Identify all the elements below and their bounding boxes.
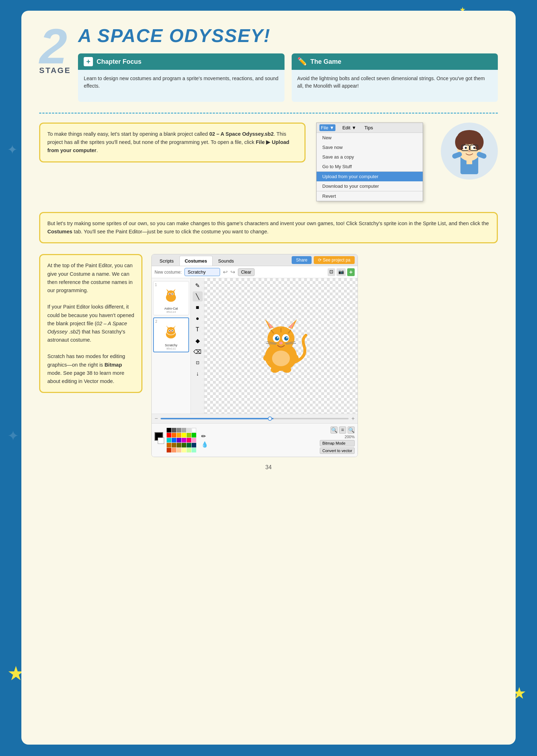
costume-item-2[interactable]: 2: [153, 317, 189, 352]
tool-eraser[interactable]: ⌫: [193, 347, 203, 357]
color-swatch[interactable]: [192, 443, 196, 447]
page-header: 2 STAGE A Space Odyssey! + Chapter Focus…: [39, 25, 498, 102]
color-swatch[interactable]: [177, 443, 181, 447]
color-swatch[interactable]: [167, 438, 171, 442]
secondary-color[interactable]: [158, 437, 164, 444]
tool-ellipse[interactable]: ●: [193, 314, 203, 323]
zoom-eq-btn[interactable]: =: [339, 426, 346, 434]
pencil-tool-icon[interactable]: ✏: [201, 433, 208, 440]
icon-add[interactable]: +: [347, 268, 355, 276]
paint-toolbar: ✎ ╲ ■ ● T ◆ ⌫ ⊡ ↓: [191, 278, 204, 414]
menu-item-my-stuff[interactable]: Go to My Stuff: [317, 162, 423, 171]
dropper-tool-icon[interactable]: 💧: [201, 441, 208, 448]
svg-point-31: [169, 330, 170, 331]
menu-item-upload[interactable]: Upload from your computer: [317, 171, 423, 181]
color-swatch[interactable]: [182, 428, 186, 433]
zoom-slider[interactable]: [161, 418, 348, 419]
zoom-minus-icon[interactable]: −: [155, 415, 158, 422]
menu-item-save[interactable]: Save now: [317, 143, 423, 152]
color-swatch[interactable]: [187, 428, 191, 433]
tab-sounds[interactable]: Sounds: [213, 256, 239, 266]
zoom-slider-fill: [161, 418, 273, 419]
color-swatch[interactable]: [172, 443, 176, 447]
color-swatch[interactable]: [187, 443, 191, 447]
icon-camera[interactable]: 📷: [337, 268, 346, 276]
main-title: A Space Odyssey!: [78, 25, 498, 46]
color-swatch[interactable]: [167, 443, 171, 447]
menu-item-download[interactable]: Download to your computer: [317, 181, 423, 191]
costume-item-1[interactable]: 1: [153, 281, 189, 315]
color-swatch[interactable]: [172, 448, 176, 452]
tool-rect[interactable]: ■: [193, 302, 203, 312]
color-swatch[interactable]: [177, 438, 181, 442]
menu-item-revert[interactable]: Revert: [317, 191, 423, 201]
tab-scripts[interactable]: Scripts: [155, 256, 179, 266]
tool-arrow[interactable]: ╲: [193, 291, 203, 301]
color-grid: [167, 428, 196, 452]
undo-btn[interactable]: ↩: [223, 269, 228, 275]
convert-vector-btn[interactable]: Convert to vector: [320, 447, 355, 454]
color-swatch[interactable]: [192, 438, 196, 442]
tool-stamp[interactable]: ↓: [193, 369, 203, 379]
color-swatch[interactable]: [187, 448, 191, 452]
costume-name-input[interactable]: [184, 268, 220, 276]
scratch-editor-body: 1: [152, 278, 358, 414]
bitmap-mode-btn[interactable]: Bitmap Mode: [320, 440, 355, 446]
svg-point-43: [275, 336, 279, 341]
tab-costumes[interactable]: Costumes: [179, 256, 213, 266]
svg-point-45: [277, 337, 278, 338]
menu-item-new[interactable]: New: [317, 133, 423, 143]
person-svg: [446, 124, 492, 178]
color-swatch[interactable]: [177, 433, 181, 437]
paint-top-bar: New costume: ↩ ↪ Clear ⊡ 📷 +: [152, 266, 358, 278]
costume-icon-2: [155, 324, 187, 343]
costume-size-1: 85x114: [155, 310, 187, 314]
color-swatch[interactable]: [172, 433, 176, 437]
slider-bar: − +: [152, 414, 358, 423]
the-game-box: ✏️ The Game Avoid the lightning bolts an…: [292, 53, 498, 102]
color-swatch[interactable]: [167, 433, 171, 437]
color-swatch[interactable]: [192, 433, 196, 437]
menu-file[interactable]: File ▼: [319, 124, 335, 131]
color-swatch[interactable]: [187, 438, 191, 442]
character-wrap: [441, 123, 498, 180]
svg-point-32: [172, 330, 173, 331]
color-swatch[interactable]: [182, 448, 186, 452]
color-swatch[interactable]: [177, 428, 181, 433]
color-swatch[interactable]: [182, 438, 186, 442]
color-swatch[interactable]: [192, 448, 196, 452]
svg-point-7: [465, 147, 467, 149]
color-swatch[interactable]: [182, 443, 186, 447]
costume-name-1: Astro-Cat: [155, 307, 187, 310]
see-project-button[interactable]: ⟳ See project pa: [314, 256, 355, 264]
color-swatch[interactable]: [172, 438, 176, 442]
costume-size-2: 85x111: [155, 347, 187, 350]
zoom-in-btn[interactable]: 🔍: [348, 426, 355, 434]
tool-text[interactable]: T: [193, 325, 203, 335]
menu-tips[interactable]: Tips: [363, 124, 374, 131]
color-swatch[interactable]: [167, 448, 171, 452]
zoom-out-btn[interactable]: 🔍: [330, 426, 338, 434]
color-swatch[interactable]: [187, 433, 191, 437]
color-swatch[interactable]: [167, 428, 171, 433]
tool-select-box[interactable]: ⊡: [193, 358, 203, 368]
redo-btn[interactable]: ↪: [230, 269, 235, 275]
zoom-slider-thumb[interactable]: [268, 416, 272, 421]
share-button[interactable]: Share: [292, 256, 312, 264]
zoom-plus-icon[interactable]: +: [351, 415, 355, 422]
the-game-label: The Game: [311, 58, 342, 66]
color-swatch[interactable]: [172, 428, 176, 433]
color-swatch[interactable]: [192, 428, 196, 433]
bitmap-btns: Bitmap Mode Convert to vector: [320, 440, 355, 454]
clear-btn[interactable]: Clear: [238, 268, 255, 276]
tool-select[interactable]: ✎: [193, 280, 203, 290]
menu-item-save-copy[interactable]: Save as a copy: [317, 152, 423, 162]
focus-boxes: + Chapter Focus Learn to design new cost…: [78, 53, 498, 102]
color-swatch[interactable]: [177, 448, 181, 452]
tool-fill[interactable]: ◆: [193, 336, 203, 346]
costume-num-1: 1: [155, 283, 187, 287]
menu-edit[interactable]: Edit ▼: [341, 124, 358, 131]
svg-point-23: [172, 294, 173, 295]
color-swatch[interactable]: [182, 433, 186, 437]
icon-dashed[interactable]: ⊡: [328, 268, 335, 276]
